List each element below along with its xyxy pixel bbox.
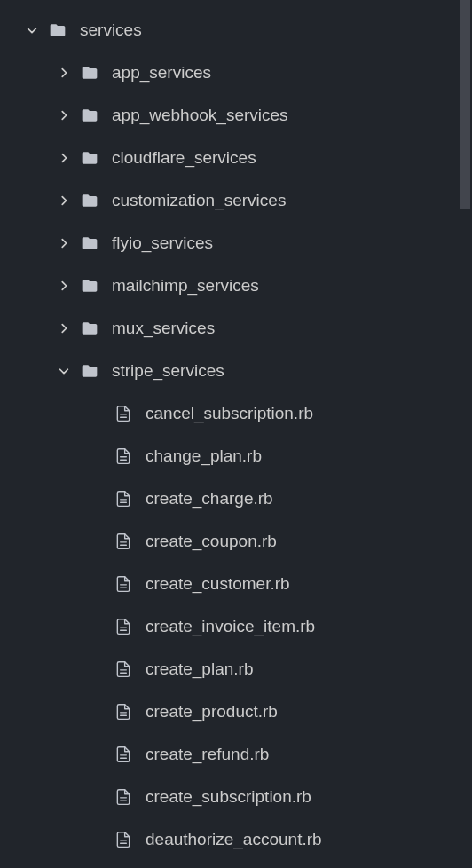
tree-folder[interactable]: flyio_services bbox=[0, 222, 472, 264]
folder-icon bbox=[80, 148, 99, 168]
file-icon bbox=[114, 659, 133, 679]
folder-icon bbox=[80, 319, 99, 338]
tree-item-label: create_customer.rb bbox=[146, 574, 290, 594]
file-icon bbox=[114, 617, 133, 636]
chevron-right-icon[interactable] bbox=[57, 193, 71, 208]
tree-item-label: cancel_subscription.rb bbox=[146, 404, 313, 423]
file-icon bbox=[114, 745, 133, 764]
tree-file[interactable]: cancel_subscription.rb bbox=[0, 392, 472, 435]
folder-icon bbox=[80, 361, 99, 381]
tree-folder[interactable]: mux_services bbox=[0, 307, 472, 350]
tree-folder[interactable]: stripe_services bbox=[0, 350, 472, 392]
chevron-right-icon[interactable] bbox=[57, 236, 71, 250]
tree-item-label: mailchimp_services bbox=[112, 276, 259, 296]
tree-item-label: create_charge.rb bbox=[146, 489, 273, 509]
chevron-right-icon[interactable] bbox=[57, 279, 71, 293]
tree-item-label: deauthorize_account.rb bbox=[146, 830, 322, 849]
tree-file[interactable]: create_charge.rb bbox=[0, 477, 472, 520]
scrollbar-thumb[interactable] bbox=[460, 0, 470, 209]
tree-folder[interactable]: services bbox=[0, 9, 472, 51]
folder-icon bbox=[80, 276, 99, 296]
tree-item-label: create_invoice_item.rb bbox=[146, 617, 315, 636]
tree-file[interactable]: create_invoice_item.rb bbox=[0, 605, 472, 648]
chevron-right-icon[interactable] bbox=[57, 66, 71, 80]
tree-file[interactable]: create_subscription.rb bbox=[0, 776, 472, 818]
tree-item-label: create_product.rb bbox=[146, 702, 278, 722]
folder-icon bbox=[80, 63, 99, 83]
chevron-right-icon[interactable] bbox=[57, 108, 71, 122]
file-icon bbox=[114, 489, 133, 509]
chevron-right-icon[interactable] bbox=[57, 321, 71, 335]
chevron-right-icon[interactable] bbox=[57, 151, 71, 165]
tree-item-label: mux_services bbox=[112, 319, 215, 338]
tree-item-label: cloudflare_services bbox=[112, 148, 256, 168]
tree-file[interactable]: create_customer.rb bbox=[0, 563, 472, 605]
tree-folder[interactable]: app_webhook_services bbox=[0, 94, 472, 137]
tree-item-label: create_plan.rb bbox=[146, 659, 253, 679]
folder-icon bbox=[48, 20, 67, 40]
tree-folder[interactable]: app_services bbox=[0, 51, 472, 94]
tree-file[interactable]: deauthorize_account.rb bbox=[0, 818, 472, 861]
folder-icon bbox=[80, 191, 99, 210]
tree-item-label: change_plan.rb bbox=[146, 446, 262, 466]
tree-folder[interactable]: mailchimp_services bbox=[0, 264, 472, 307]
scrollbar-track[interactable] bbox=[460, 0, 472, 868]
file-icon bbox=[114, 574, 133, 594]
file-icon bbox=[114, 404, 133, 423]
tree-file[interactable]: create_refund.rb bbox=[0, 733, 472, 776]
file-tree: servicesapp_servicesapp_webhook_services… bbox=[0, 0, 472, 868]
chevron-down-icon[interactable] bbox=[25, 23, 39, 37]
file-icon bbox=[114, 787, 133, 807]
tree-file[interactable]: create_product.rb bbox=[0, 690, 472, 733]
tree-folder[interactable]: cloudflare_services bbox=[0, 137, 472, 179]
tree-item-label: customization_services bbox=[112, 191, 286, 210]
tree-item-label: create_coupon.rb bbox=[146, 532, 277, 551]
tree-file[interactable]: create_coupon.rb bbox=[0, 520, 472, 563]
file-icon bbox=[114, 446, 133, 466]
tree-item-label: create_subscription.rb bbox=[146, 787, 311, 807]
file-icon bbox=[114, 830, 133, 849]
tree-item-label: flyio_services bbox=[112, 233, 213, 253]
tree-file[interactable]: change_plan.rb bbox=[0, 435, 472, 477]
chevron-down-icon[interactable] bbox=[57, 364, 71, 378]
tree-file[interactable]: create_plan.rb bbox=[0, 648, 472, 690]
tree-item-label: app_services bbox=[112, 63, 211, 83]
tree-item-label: services bbox=[80, 20, 142, 40]
tree-item-label: create_refund.rb bbox=[146, 745, 269, 764]
tree-folder[interactable]: customization_services bbox=[0, 179, 472, 222]
tree-item-label: app_webhook_services bbox=[112, 106, 288, 125]
file-icon bbox=[114, 702, 133, 722]
file-icon bbox=[114, 532, 133, 551]
folder-icon bbox=[80, 106, 99, 125]
tree-item-label: stripe_services bbox=[112, 361, 224, 381]
folder-icon bbox=[80, 233, 99, 253]
